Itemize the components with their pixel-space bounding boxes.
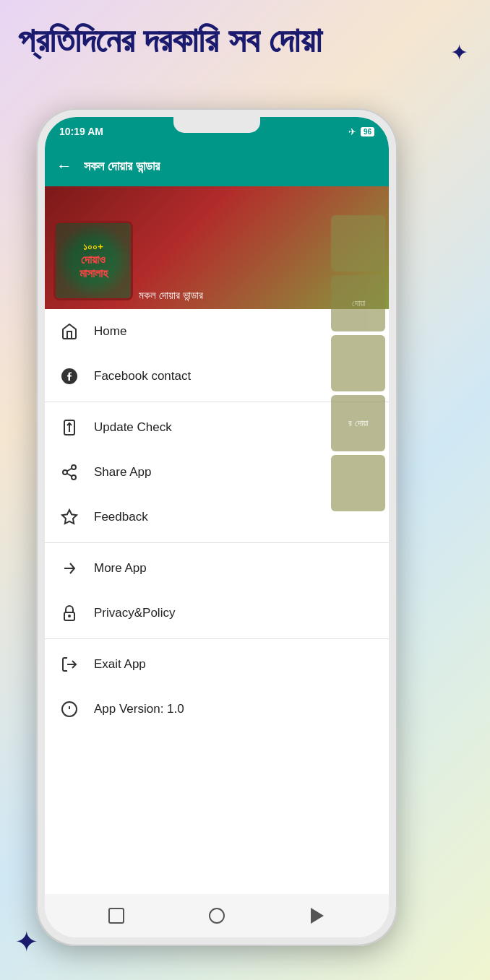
page-title: প্রতিদিনের দরকারি সব দোয়া (7, 14, 483, 67)
nav-triangle-icon (311, 908, 324, 924)
phone-screen: 10:19 AM ✈ 96 ← সকল দোয়ার ভান্ডার ১০০+ … (45, 117, 389, 937)
menu-item-facebook[interactable]: Facebook contact (45, 354, 389, 399)
menu-label-privacy: Privacy&Policy (94, 606, 175, 620)
nav-square-button[interactable] (106, 905, 127, 927)
nav-square-icon (108, 908, 124, 924)
menu-item-more[interactable]: More App (45, 546, 389, 591)
drawer-subtitle: মকল দোয়ার ভান্ডার (139, 289, 203, 302)
svg-point-3 (72, 465, 76, 469)
app-logo: ১০০+ দোয়াওমাসালাহ (53, 221, 133, 300)
menu-container: Home Facebook contact (45, 309, 389, 732)
status-time: 10:19 AM (59, 126, 103, 137)
phone-frame: 10:19 AM ✈ 96 ← সকল দোয়ার ভান্ডার ১০০+ … (36, 108, 397, 946)
menu-item-update[interactable]: Update Check (45, 405, 389, 450)
nav-circle-icon (209, 908, 225, 924)
menu-label-exit: Exait App (94, 657, 146, 672)
app-bar-title: সকল দোয়ার ভান্ডার (84, 159, 160, 174)
menu-item-share[interactable]: Share App (45, 450, 389, 495)
phone-notch (173, 117, 260, 133)
more-icon (59, 558, 79, 578)
divider-3 (45, 638, 389, 639)
screen-content: ← সকল দোয়ার ভান্ডার ১০০+ দোয়াওমাসালাহ … (45, 146, 389, 894)
menu-item-version: App Version: 1.0 (45, 687, 389, 732)
sparkle-top-right-icon: ✦ (450, 40, 468, 65)
menu-item-home[interactable]: Home (45, 309, 389, 354)
back-button[interactable]: ← (56, 157, 72, 175)
nav-back-button[interactable] (306, 905, 328, 927)
facebook-icon (59, 366, 79, 386)
home-icon (59, 321, 79, 342)
divider-1 (45, 402, 389, 402)
menu-label-share: Share App (94, 465, 151, 480)
nav-home-button[interactable] (206, 905, 228, 927)
airplane-icon: ✈ (348, 126, 356, 137)
version-icon (59, 699, 79, 719)
menu-label-feedback: Feedback (94, 510, 148, 524)
svg-point-11 (69, 615, 70, 617)
menu-item-feedback[interactable]: Feedback (45, 495, 389, 539)
logo-inner: ১০০+ দোয়াওমাসালাহ (56, 223, 131, 298)
menu-label-update: Update Check (94, 420, 172, 435)
menu-label-version: App Version: 1.0 (94, 702, 184, 716)
logo-text-top: ১০০+ (83, 241, 103, 253)
svg-point-5 (72, 475, 76, 480)
menu-item-exit[interactable]: Exait App (45, 642, 389, 687)
menu-item-privacy[interactable]: Privacy&Policy (45, 591, 389, 636)
share-icon (59, 462, 79, 482)
menu-label-more: More App (94, 561, 147, 576)
status-icons: ✈ 96 (348, 126, 374, 137)
svg-marker-8 (62, 510, 77, 524)
battery-indicator: 96 (361, 127, 374, 136)
app-bar: ← সকল দোয়ার ভান্ডার (45, 146, 389, 186)
exit-icon (59, 654, 79, 675)
nav-bar (45, 894, 389, 937)
svg-line-6 (67, 474, 72, 477)
menu-label-home: Home (94, 324, 126, 339)
divider-2 (45, 542, 389, 543)
logo-text-main: দোয়াওমাসালাহ (79, 253, 108, 280)
drawer-header: ১০০+ দোয়াওমাসালাহ মকল দোয়ার ভান্ডার (45, 186, 389, 309)
feedback-icon (59, 507, 79, 527)
update-icon (59, 417, 79, 438)
sparkle-bottom-left-icon: ✦ (14, 925, 39, 958)
privacy-icon (59, 603, 79, 623)
menu-label-facebook: Facebook contact (94, 369, 191, 383)
svg-point-4 (63, 470, 67, 474)
svg-line-7 (67, 469, 72, 472)
